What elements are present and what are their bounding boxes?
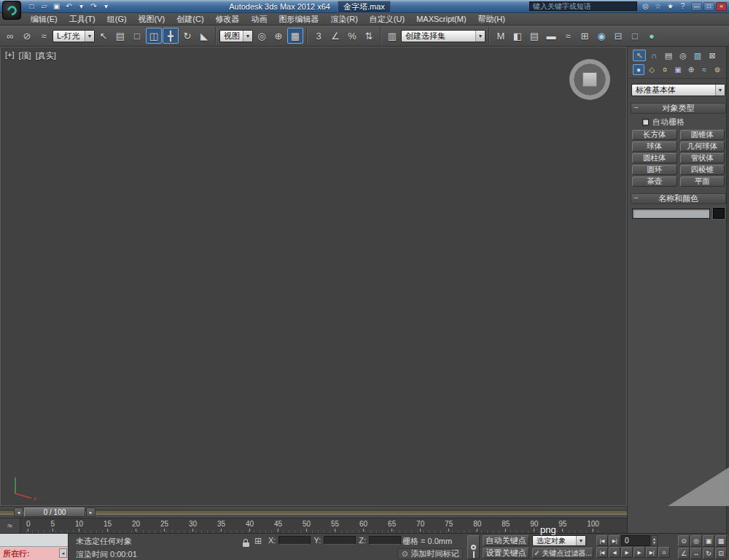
bind-to-space-warp-icon[interactable]: ≈ (36, 28, 52, 44)
percent-snap-icon[interactable]: % (344, 28, 360, 44)
select-by-name-icon[interactable]: ▤ (112, 28, 128, 44)
autogrid-checkbox[interactable] (642, 119, 649, 125)
angle-snap-icon[interactable]: ∠ (327, 28, 343, 44)
category-shapes-icon[interactable]: ◇ (646, 64, 658, 75)
menu-edit[interactable]: 编辑(E) (25, 13, 63, 26)
menu-views[interactable]: 视图(V) (133, 13, 171, 26)
viewcube[interactable] (569, 59, 610, 100)
schematic-view-icon[interactable]: ⊞ (577, 28, 593, 44)
goto-end-icon[interactable]: ▶| (646, 547, 658, 558)
primitive-teapot-button[interactable]: 茶壶 (632, 176, 677, 187)
primitive-plane-button[interactable]: 平面 (680, 176, 725, 187)
undo-icon[interactable]: ↶ (63, 1, 74, 12)
new-file-icon[interactable]: □ (26, 1, 37, 12)
use-pivot-center-icon[interactable]: ◎ (254, 28, 270, 44)
y-coordinate-input[interactable] (324, 536, 356, 545)
next-key-icon[interactable]: ▶| (609, 535, 620, 546)
undo-dropdown-icon[interactable]: ▾ (76, 1, 87, 12)
keyboard-override-icon[interactable]: ▦ (287, 28, 303, 44)
menu-create[interactable]: 创建(C) (171, 13, 209, 26)
reference-coordinate-dropdown[interactable]: 视图 ▼ (219, 30, 253, 42)
pan-view-icon[interactable]: ↔ (690, 548, 702, 559)
category-spacewarps-icon[interactable]: ≈ (698, 64, 710, 75)
menu-rendering[interactable]: 渲染(R) (325, 13, 364, 26)
mirror-icon[interactable]: M (493, 28, 509, 44)
name-color-rollout-header[interactable]: − 名称和颜色 (631, 193, 726, 204)
application-menu-button[interactable] (2, 1, 21, 20)
time-slider-next-icon[interactable]: ► (86, 508, 95, 517)
category-geometry-icon[interactable]: ● (633, 64, 644, 75)
tab-utilities-icon[interactable]: ⊠ (706, 50, 719, 61)
play-animation-icon[interactable]: ▶ (621, 547, 633, 558)
listener-scroll-icon[interactable]: ◄ (59, 548, 67, 558)
viewport[interactable]: [+] [顶] [真实] x (0, 47, 627, 506)
help-icon[interactable]: ? (677, 1, 688, 12)
maxscript-mini-listener[interactable]: 所在行: ◄ (0, 534, 69, 560)
key-filters-button[interactable]: ✓ 关键点过滤器... (532, 548, 593, 559)
maximize-button[interactable]: □ (703, 2, 714, 11)
menu-animation[interactable]: 动画 (246, 13, 273, 26)
primitive-tube-button[interactable]: 管状体 (680, 153, 725, 163)
viewport-shading-menu[interactable]: [真实] (36, 50, 56, 61)
rendered-frame-icon[interactable]: □ (627, 28, 643, 44)
x-coordinate-input[interactable] (278, 536, 311, 545)
object-name-input[interactable] (632, 209, 710, 219)
menu-customize[interactable]: 自定义(U) (364, 13, 410, 26)
selection-set-dropdown[interactable]: 选定对象 ▼ (532, 535, 586, 546)
listener-macro-row[interactable] (0, 534, 68, 547)
redo-dropdown-icon[interactable]: ▾ (101, 1, 112, 12)
auto-key-button[interactable]: 自动关键点 (483, 535, 529, 546)
render-setup-icon[interactable]: ⊟ (610, 28, 626, 44)
selection-filter-dropdown[interactable]: L-灯光 ▼ (52, 30, 95, 42)
category-lights-icon[interactable]: ¤ (659, 64, 671, 75)
communication-center-icon[interactable]: ☆ (652, 1, 663, 12)
primitive-geosphere-button[interactable]: 几何球体 (680, 141, 725, 152)
primitive-cone-button[interactable]: 圆锥体 (680, 130, 725, 140)
previous-key-icon[interactable]: |◀ (596, 535, 608, 546)
unlink-selection-icon[interactable]: ⊘ (19, 28, 35, 44)
z-coordinate-input[interactable] (369, 536, 401, 545)
viewport-pov-menu[interactable]: [顶] (19, 50, 31, 61)
infocenter-search-icon[interactable]: ◎ (640, 1, 651, 12)
render-production-icon[interactable]: ● (644, 28, 660, 44)
listener-script-row[interactable]: 所在行: ◄ (0, 547, 68, 560)
menu-maxscript[interactable]: MAXScript(M) (410, 13, 472, 26)
primitive-cylinder-button[interactable]: 圆柱体 (632, 153, 677, 163)
layer-manager-icon[interactable]: ▤ (526, 28, 542, 44)
selection-lock-icon[interactable] (241, 537, 251, 547)
zoom-extents-icon[interactable]: ▣ (703, 535, 714, 547)
spinner-snap-icon[interactable]: ⇅ (361, 28, 377, 44)
time-slider[interactable]: ◄ 0 / 100 ► (0, 506, 627, 518)
object-color-swatch[interactable] (713, 208, 725, 219)
object-type-rollout-header[interactable]: − 对象类型 (631, 103, 726, 114)
goto-start-icon[interactable]: |◀ (596, 547, 608, 558)
mini-curve-editor-button[interactable]: ≈ (0, 518, 20, 533)
zoom-extents-all-icon[interactable]: ▦ (715, 535, 727, 547)
select-object-icon[interactable]: ↖ (95, 28, 112, 44)
primitive-torus-button[interactable]: 圆环 (632, 165, 677, 175)
category-cameras-icon[interactable]: ▣ (672, 64, 684, 75)
primitive-box-button[interactable]: 长方体 (632, 130, 677, 140)
viewport-general-menu[interactable]: [+] (5, 50, 15, 61)
maximize-viewport-toggle-icon[interactable]: ⊡ (715, 548, 727, 559)
time-slider-handle[interactable]: 0 / 100 (24, 508, 85, 517)
frame-spinner[interactable]: ▲ ▼ (651, 535, 658, 546)
tab-display-icon[interactable]: ▥ (691, 50, 704, 61)
key-mode-toggle-icon[interactable]: ⊙ (658, 547, 670, 558)
set-keys-button[interactable] (467, 535, 480, 559)
orbit-icon[interactable]: ↻ (703, 548, 714, 559)
tab-modify-icon[interactable]: ∩ (647, 50, 660, 61)
previous-frame-icon[interactable]: ◀ (609, 547, 620, 558)
open-file-icon[interactable]: ▱ (39, 1, 50, 12)
menu-graph-editors[interactable]: 图形编辑器 (273, 13, 325, 26)
save-file-icon[interactable]: ▣ (51, 1, 62, 12)
field-of-view-icon[interactable]: ∠ (678, 548, 690, 559)
close-button[interactable]: × (716, 2, 727, 11)
material-editor-icon[interactable]: ◉ (593, 28, 609, 44)
current-frame-input[interactable]: 0 (621, 535, 650, 546)
category-systems-icon[interactable]: ⊚ (712, 64, 723, 75)
rectangular-selection-icon[interactable]: □ (129, 28, 145, 44)
curve-editor-icon[interactable]: ≈ (560, 28, 576, 44)
tab-hierarchy-icon[interactable]: ▤ (662, 50, 675, 61)
next-frame-icon[interactable]: ▶ (634, 547, 645, 558)
